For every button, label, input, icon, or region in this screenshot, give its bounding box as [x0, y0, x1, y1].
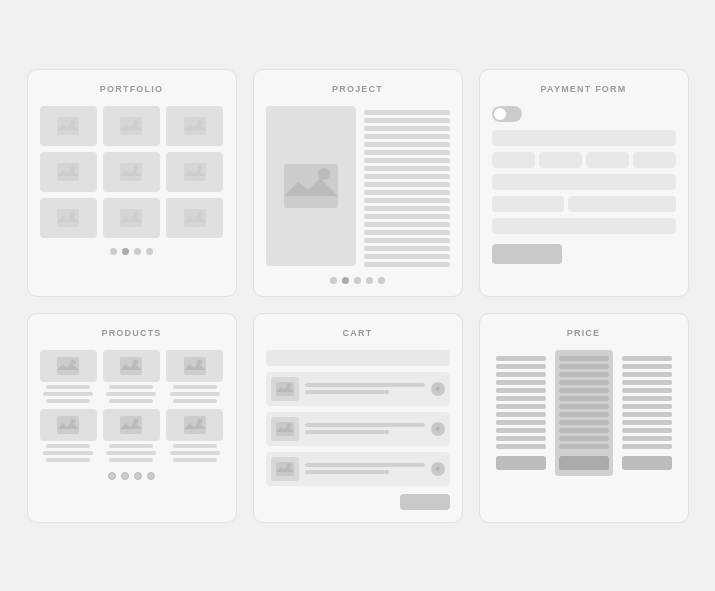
- project-dot-2[interactable]: [342, 277, 349, 284]
- project-inner: [266, 106, 450, 267]
- portfolio-img-7: [40, 198, 97, 238]
- product-img-4: [40, 409, 97, 441]
- project-line-14: [364, 214, 450, 219]
- price-col-3-button[interactable]: [622, 456, 672, 470]
- svg-rect-33: [120, 357, 142, 375]
- price-col-3-line-9: [622, 420, 672, 425]
- cart-item-1-image: [271, 377, 299, 401]
- portfolio-img-6: [166, 152, 223, 192]
- cart-item-3: ×: [266, 452, 450, 486]
- svg-rect-18: [57, 209, 79, 227]
- payment-input-2[interactable]: [492, 152, 535, 168]
- cart-item-3-image: [271, 457, 299, 481]
- cart-search-bar[interactable]: [266, 350, 450, 366]
- cart-card: CART ×: [253, 313, 463, 523]
- svg-point-53: [287, 423, 291, 427]
- price-col-2: [555, 350, 613, 476]
- cart-item-1-lines: [305, 383, 425, 394]
- svg-rect-45: [184, 416, 206, 434]
- products-dot-4[interactable]: [147, 472, 155, 480]
- price-col-2-line-7: [559, 404, 609, 409]
- price-col-1-button[interactable]: [496, 456, 546, 470]
- price-col-1-line-5: [496, 388, 546, 393]
- price-inner: [492, 350, 676, 476]
- payment-input-6[interactable]: [492, 174, 676, 190]
- payment-input-1[interactable]: [492, 130, 676, 146]
- price-col-2-line-5: [559, 388, 609, 393]
- svg-rect-30: [57, 357, 79, 375]
- project-line-17: [364, 238, 450, 243]
- svg-rect-21: [120, 209, 142, 227]
- product-line-2c: [109, 399, 153, 403]
- project-dot-5[interactable]: [378, 277, 385, 284]
- payment-input-9[interactable]: [492, 218, 676, 234]
- cart-item-2-lines: [305, 423, 425, 434]
- payment-input-8[interactable]: [568, 196, 676, 212]
- cart-item-3-line-2: [305, 470, 389, 474]
- price-col-1-line-12: [496, 444, 546, 449]
- product-line-6b: [170, 451, 220, 455]
- product-line-5a: [109, 444, 153, 448]
- payment-input-3[interactable]: [539, 152, 582, 168]
- product-img-5: [103, 409, 160, 441]
- products-dot-2[interactable]: [121, 472, 129, 480]
- svg-point-38: [197, 359, 202, 364]
- top-row: PORTFOLIO: [27, 69, 689, 297]
- portfolio-dot-1[interactable]: [110, 248, 117, 255]
- cart-item-1-line-2: [305, 390, 389, 394]
- project-lines: [364, 106, 450, 267]
- product-line-5b: [106, 451, 156, 455]
- project-title: PROJECT: [332, 84, 383, 94]
- price-col-3-line-12: [622, 444, 672, 449]
- price-col-2-button[interactable]: [559, 456, 609, 470]
- cart-checkout-button[interactable]: [400, 494, 450, 510]
- portfolio-img-9: [166, 198, 223, 238]
- price-col-1-line-6: [496, 396, 546, 401]
- cart-item-2-close[interactable]: ×: [431, 422, 445, 436]
- portfolio-card: PORTFOLIO: [27, 69, 237, 297]
- price-col-1-line-3: [496, 372, 546, 377]
- portfolio-dot-4[interactable]: [146, 248, 153, 255]
- project-dot-1[interactable]: [330, 277, 337, 284]
- cart-item-1-close[interactable]: ×: [431, 382, 445, 396]
- portfolio-img-1: [40, 106, 97, 146]
- payment-input-7[interactable]: [492, 196, 564, 212]
- payment-input-4[interactable]: [586, 152, 629, 168]
- project-dot-4[interactable]: [366, 277, 373, 284]
- price-col-3-line-1: [622, 356, 672, 361]
- product-line-2b: [106, 392, 156, 396]
- product-item-3: [166, 350, 223, 403]
- product-item-2: [103, 350, 160, 403]
- product-img-3: [166, 350, 223, 382]
- project-line-8: [364, 166, 450, 171]
- portfolio-img-2: [103, 106, 160, 146]
- payment-input-5[interactable]: [633, 152, 676, 168]
- product-line-2a: [109, 385, 153, 389]
- product-line-6c: [173, 458, 217, 462]
- project-line-2: [364, 118, 450, 123]
- project-dot-3[interactable]: [354, 277, 361, 284]
- cart-item-2-line-1: [305, 423, 425, 427]
- cart-item-2: ×: [266, 412, 450, 446]
- products-dot-3[interactable]: [134, 472, 142, 480]
- price-col-2-line-6: [559, 396, 609, 401]
- portfolio-dot-2[interactable]: [122, 248, 129, 255]
- project-line-15: [364, 222, 450, 227]
- svg-point-17: [197, 165, 202, 170]
- products-dot-1[interactable]: [108, 472, 116, 480]
- payment-submit-button[interactable]: [492, 244, 562, 264]
- svg-rect-36: [184, 357, 206, 375]
- price-col-1-line-1: [496, 356, 546, 361]
- product-line-3a: [173, 385, 217, 389]
- payment-form: [492, 106, 676, 264]
- svg-point-56: [287, 463, 291, 467]
- payment-toggle[interactable]: [492, 106, 522, 122]
- cart-item-3-close[interactable]: ×: [431, 462, 445, 476]
- portfolio-dots: [110, 248, 153, 255]
- price-col-1-line-10: [496, 428, 546, 433]
- price-card: PRICE: [479, 313, 689, 523]
- portfolio-dot-3[interactable]: [134, 248, 141, 255]
- svg-rect-6: [184, 117, 206, 135]
- price-col-3-line-4: [622, 380, 672, 385]
- price-col-2-line-8: [559, 412, 609, 417]
